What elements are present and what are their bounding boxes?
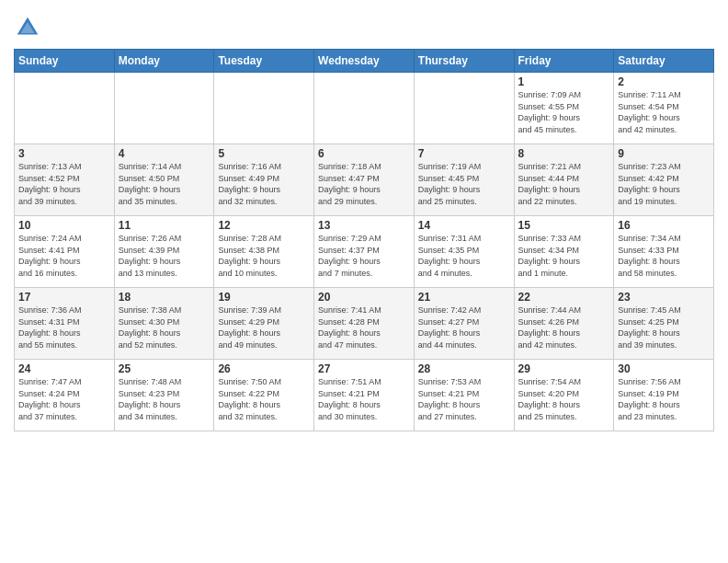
calendar-week-1: 1Sunrise: 7:09 AMSunset: 4:55 PMDaylight… [15, 73, 714, 144]
day-number: 17 [18, 291, 110, 304]
day-info: Sunrise: 7:34 AMSunset: 4:33 PMDaylight:… [618, 233, 710, 279]
day-info: Sunrise: 7:21 AMSunset: 4:44 PMDaylight:… [518, 161, 610, 207]
header-cell-wednesday: Wednesday [314, 50, 415, 73]
calendar-body: 1Sunrise: 7:09 AMSunset: 4:55 PMDaylight… [15, 73, 714, 431]
day-number: 13 [318, 219, 410, 232]
day-number: 26 [218, 362, 310, 375]
calendar-cell: 26Sunrise: 7:50 AMSunset: 4:22 PMDayligh… [214, 360, 314, 431]
day-number: 21 [418, 291, 510, 304]
calendar-cell: 5Sunrise: 7:16 AMSunset: 4:49 PMDaylight… [214, 144, 314, 216]
day-info: Sunrise: 7:45 AMSunset: 4:25 PMDaylight:… [618, 304, 710, 350]
calendar-week-4: 17Sunrise: 7:36 AMSunset: 4:31 PMDayligh… [15, 288, 714, 360]
day-number: 1 [518, 75, 610, 88]
calendar-cell: 22Sunrise: 7:44 AMSunset: 4:26 PMDayligh… [514, 288, 614, 360]
calendar-cell: 20Sunrise: 7:41 AMSunset: 4:28 PMDayligh… [314, 288, 415, 360]
header-cell-saturday: Saturday [614, 50, 714, 73]
calendar-cell: 15Sunrise: 7:33 AMSunset: 4:34 PMDayligh… [514, 216, 614, 288]
day-info: Sunrise: 7:53 AMSunset: 4:21 PMDaylight:… [418, 376, 510, 422]
calendar-cell: 18Sunrise: 7:38 AMSunset: 4:30 PMDayligh… [114, 288, 214, 360]
day-info: Sunrise: 7:16 AMSunset: 4:49 PMDaylight:… [218, 161, 310, 207]
day-info: Sunrise: 7:42 AMSunset: 4:27 PMDaylight:… [418, 304, 510, 350]
calendar-cell: 14Sunrise: 7:31 AMSunset: 4:35 PMDayligh… [414, 216, 514, 288]
calendar-cell [214, 73, 314, 144]
calendar-cell: 19Sunrise: 7:39 AMSunset: 4:29 PMDayligh… [214, 288, 314, 360]
calendar-week-3: 10Sunrise: 7:24 AMSunset: 4:41 PMDayligh… [15, 216, 714, 288]
day-info: Sunrise: 7:38 AMSunset: 4:30 PMDaylight:… [119, 304, 210, 350]
calendar-cell: 10Sunrise: 7:24 AMSunset: 4:41 PMDayligh… [15, 216, 115, 288]
day-info: Sunrise: 7:28 AMSunset: 4:38 PMDaylight:… [218, 233, 310, 279]
logo-icon [14, 14, 41, 41]
day-number: 19 [218, 291, 310, 304]
day-number: 3 [18, 147, 110, 160]
header-row: SundayMondayTuesdayWednesdayThursdayFrid… [15, 50, 714, 73]
calendar-cell: 16Sunrise: 7:34 AMSunset: 4:33 PMDayligh… [614, 216, 714, 288]
calendar-header: SundayMondayTuesdayWednesdayThursdayFrid… [15, 50, 714, 73]
calendar-week-5: 24Sunrise: 7:47 AMSunset: 4:24 PMDayligh… [15, 360, 714, 431]
day-number: 20 [318, 291, 410, 304]
header-cell-thursday: Thursday [414, 50, 514, 73]
day-number: 16 [618, 219, 710, 232]
page-container: SundayMondayTuesdayWednesdayThursdayFrid… [0, 0, 728, 441]
day-number: 7 [418, 147, 510, 160]
day-info: Sunrise: 7:26 AMSunset: 4:39 PMDaylight:… [119, 233, 210, 279]
calendar-cell: 9Sunrise: 7:23 AMSunset: 4:42 PMDaylight… [614, 144, 714, 216]
calendar-cell: 11Sunrise: 7:26 AMSunset: 4:39 PMDayligh… [114, 216, 214, 288]
calendar-cell: 4Sunrise: 7:14 AMSunset: 4:50 PMDaylight… [114, 144, 214, 216]
calendar-cell: 13Sunrise: 7:29 AMSunset: 4:37 PMDayligh… [314, 216, 415, 288]
day-number: 10 [18, 219, 110, 232]
day-info: Sunrise: 7:09 AMSunset: 4:55 PMDaylight:… [518, 89, 610, 135]
header-cell-sunday: Sunday [15, 50, 115, 73]
calendar-cell [114, 73, 214, 144]
logo [14, 14, 45, 41]
day-info: Sunrise: 7:47 AMSunset: 4:24 PMDaylight:… [18, 376, 110, 422]
day-number: 29 [518, 362, 610, 375]
day-number: 30 [618, 362, 710, 375]
calendar-cell: 24Sunrise: 7:47 AMSunset: 4:24 PMDayligh… [15, 360, 115, 431]
day-info: Sunrise: 7:29 AMSunset: 4:37 PMDaylight:… [318, 233, 410, 279]
calendar-cell: 23Sunrise: 7:45 AMSunset: 4:25 PMDayligh… [614, 288, 714, 360]
header-cell-monday: Monday [114, 50, 214, 73]
calendar-cell: 2Sunrise: 7:11 AMSunset: 4:54 PMDaylight… [614, 73, 714, 144]
day-number: 12 [218, 219, 310, 232]
day-number: 14 [418, 219, 510, 232]
day-number: 25 [119, 362, 210, 375]
day-info: Sunrise: 7:18 AMSunset: 4:47 PMDaylight:… [318, 161, 410, 207]
day-number: 11 [119, 219, 210, 232]
day-info: Sunrise: 7:44 AMSunset: 4:26 PMDaylight:… [518, 304, 610, 350]
calendar-cell: 21Sunrise: 7:42 AMSunset: 4:27 PMDayligh… [414, 288, 514, 360]
day-info: Sunrise: 7:11 AMSunset: 4:54 PMDaylight:… [618, 89, 710, 135]
day-info: Sunrise: 7:14 AMSunset: 4:50 PMDaylight:… [119, 161, 210, 207]
day-info: Sunrise: 7:50 AMSunset: 4:22 PMDaylight:… [218, 376, 310, 422]
calendar-cell: 30Sunrise: 7:56 AMSunset: 4:19 PMDayligh… [614, 360, 714, 431]
day-number: 4 [119, 147, 210, 160]
calendar-week-2: 3Sunrise: 7:13 AMSunset: 4:52 PMDaylight… [15, 144, 714, 216]
day-info: Sunrise: 7:31 AMSunset: 4:35 PMDaylight:… [418, 233, 510, 279]
day-info: Sunrise: 7:23 AMSunset: 4:42 PMDaylight:… [618, 161, 710, 207]
calendar-cell: 28Sunrise: 7:53 AMSunset: 4:21 PMDayligh… [414, 360, 514, 431]
calendar-cell [15, 73, 115, 144]
calendar-cell: 3Sunrise: 7:13 AMSunset: 4:52 PMDaylight… [15, 144, 115, 216]
day-info: Sunrise: 7:56 AMSunset: 4:19 PMDaylight:… [618, 376, 710, 422]
calendar-cell: 12Sunrise: 7:28 AMSunset: 4:38 PMDayligh… [214, 216, 314, 288]
calendar-cell: 27Sunrise: 7:51 AMSunset: 4:21 PMDayligh… [314, 360, 415, 431]
day-number: 2 [618, 75, 710, 88]
calendar-table: SundayMondayTuesdayWednesdayThursdayFrid… [14, 49, 714, 431]
day-info: Sunrise: 7:24 AMSunset: 4:41 PMDaylight:… [18, 233, 110, 279]
calendar-cell: 17Sunrise: 7:36 AMSunset: 4:31 PMDayligh… [15, 288, 115, 360]
calendar-cell [314, 73, 415, 144]
day-number: 22 [518, 291, 610, 304]
day-info: Sunrise: 7:39 AMSunset: 4:29 PMDaylight:… [218, 304, 310, 350]
calendar-cell: 29Sunrise: 7:54 AMSunset: 4:20 PMDayligh… [514, 360, 614, 431]
day-info: Sunrise: 7:19 AMSunset: 4:45 PMDaylight:… [418, 161, 510, 207]
calendar-cell: 1Sunrise: 7:09 AMSunset: 4:55 PMDaylight… [514, 73, 614, 144]
day-number: 27 [318, 362, 410, 375]
calendar-cell: 6Sunrise: 7:18 AMSunset: 4:47 PMDaylight… [314, 144, 415, 216]
day-number: 15 [518, 219, 610, 232]
day-info: Sunrise: 7:36 AMSunset: 4:31 PMDaylight:… [18, 304, 110, 350]
day-info: Sunrise: 7:13 AMSunset: 4:52 PMDaylight:… [18, 161, 110, 207]
day-info: Sunrise: 7:54 AMSunset: 4:20 PMDaylight:… [518, 376, 610, 422]
page-header [14, 9, 714, 41]
day-number: 18 [119, 291, 210, 304]
day-number: 28 [418, 362, 510, 375]
calendar-cell: 8Sunrise: 7:21 AMSunset: 4:44 PMDaylight… [514, 144, 614, 216]
